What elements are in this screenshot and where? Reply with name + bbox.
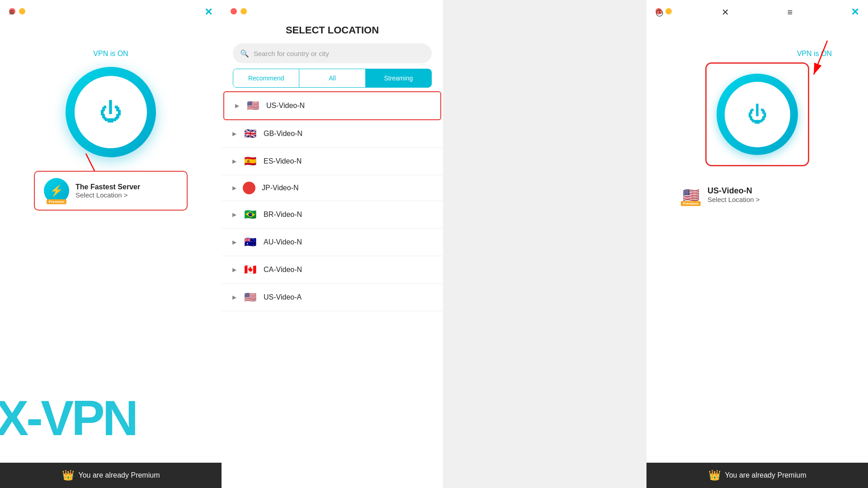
power-ring-right: ⏻ <box>717 74 798 155</box>
play-icon-4: ▶ <box>232 211 236 218</box>
server-info-left: The Fastest Server Select Location > <box>75 183 140 199</box>
flag-es-2: 🇪🇸 <box>243 154 257 169</box>
dot-yellow-center[interactable] <box>241 8 247 14</box>
vpn-status-right: VPN is ON <box>797 50 832 58</box>
flag-jp-3 <box>243 182 255 194</box>
power-ring-inner-right: ⏻ <box>725 82 790 147</box>
server-name-1: GB-Video-N <box>264 130 302 138</box>
server-action-right: Select Location > <box>708 196 760 203</box>
tab-streaming[interactable]: Streaming <box>366 69 431 87</box>
header-left: ≡ ✕ <box>9 6 212 18</box>
premium-text-right: You are already Premium <box>725 471 807 479</box>
hamburger-icon[interactable]: ≡ <box>9 7 14 18</box>
server-list: ▶ 🇺🇸 US-Video-N ▶ 🇬🇧 GB-Video-N ▶ 🇪🇸 ES-… <box>222 91 443 488</box>
server-card-right[interactable]: 🇺🇸 Premium US-Video-N Select Location > <box>680 180 834 210</box>
server-item-au-video-n[interactable]: ▶ 🇦🇺 AU-Video-N <box>222 229 443 256</box>
power-button-left[interactable]: ⏻ <box>66 67 156 157</box>
search-icon: 🔍 <box>240 49 249 58</box>
server-item-jp-video-n[interactable]: ▶ JP-Video-N <box>222 175 443 201</box>
premium-bar-left: 👑 You are already Premium <box>0 463 222 488</box>
tabs-container: Recommend All Streaming <box>233 69 432 88</box>
flag-container-right: 🇺🇸 Premium <box>680 184 701 205</box>
tab-recommend[interactable]: Recommend <box>233 69 299 87</box>
server-subtitle-left: Select Location > <box>75 191 140 199</box>
power-icon-right: ⏻ <box>747 103 767 126</box>
search-bar[interactable]: 🔍 Search for country or city <box>233 43 432 63</box>
flag-au-5: 🇦🇺 <box>243 235 257 249</box>
server-item-gb-video-n[interactable]: ▶ 🇬🇧 GB-Video-N <box>222 120 443 148</box>
left-panel: ≡ ✕ VPN is ON ⏻ ⚡ Premium The Fastest Se… <box>0 0 222 488</box>
server-name-5: AU-Video-N <box>264 238 302 246</box>
server-item-br-video-n[interactable]: ▶ 🇧🇷 BR-Video-N <box>222 201 443 229</box>
crown-icon-left: 👑 <box>62 469 74 481</box>
premium-badge-left: Premium <box>47 199 66 204</box>
flag-br-4: 🇧🇷 <box>243 207 257 222</box>
server-card-left[interactable]: ⚡ Premium The Fastest Server Select Loca… <box>34 171 188 211</box>
server-info-right: US-Video-N Select Location > <box>708 186 760 203</box>
server-name-4: BR-Video-N <box>264 211 302 219</box>
server-name-0: US-Video-N <box>266 102 305 110</box>
header-right: ◷ ✕ ≡ ✕ <box>656 6 859 18</box>
power-button-right-outer[interactable]: ⏻ <box>705 62 809 166</box>
power-icon-left: ⏻ <box>99 99 122 125</box>
play-icon-7: ▶ <box>232 294 236 300</box>
play-icon-6: ▶ <box>232 267 236 273</box>
xvpn-watermark: X-VPN <box>0 393 136 443</box>
server-name-right: US-Video-N <box>708 186 760 196</box>
server-name-6: CA-Video-N <box>264 266 302 274</box>
close-icon-right2[interactable]: ✕ <box>722 7 729 18</box>
server-item-es-video-n[interactable]: ▶ 🇪🇸 ES-Video-N <box>222 148 443 175</box>
play-icon-3: ▶ <box>232 185 236 191</box>
search-placeholder: Search for country or city <box>254 50 329 57</box>
flag-us-0: 🇺🇸 <box>245 99 260 113</box>
close-x-icon-right[interactable]: ✕ <box>851 6 859 18</box>
right-panel: ◷ ✕ ≡ ✕ VPN is ON ⏻ 🇺🇸 Premium US-Video-… <box>646 0 868 488</box>
server-name-2: ES-Video-N <box>264 157 302 165</box>
server-item-ca-video-n[interactable]: ▶ 🇨🇦 CA-Video-N <box>222 256 443 284</box>
hamburger-icon-right[interactable]: ≡ <box>788 7 793 18</box>
center-panel: SELECT LOCATION 🔍 Search for country or … <box>222 0 443 488</box>
close-icon-left[interactable]: ✕ <box>204 6 212 18</box>
server-item-us-video-a[interactable]: ▶ 🇺🇸 US-Video-A <box>222 284 443 311</box>
dot-red-center[interactable] <box>231 8 237 14</box>
gap-panel <box>443 0 646 488</box>
tab-all[interactable]: All <box>299 69 365 87</box>
premium-badge-right: Premium <box>681 201 701 206</box>
page-title: SELECT LOCATION <box>286 24 379 36</box>
window-controls-center <box>222 0 443 23</box>
play-icon-2: ▶ <box>232 158 236 164</box>
speed-icon-right[interactable]: ◷ <box>656 7 663 18</box>
play-icon-5: ▶ <box>232 239 236 245</box>
play-icon-0: ▶ <box>235 103 239 109</box>
server-icon-left: ⚡ Premium <box>44 178 69 203</box>
lightning-icon-left: ⚡ <box>50 184 63 197</box>
server-name-3: JP-Video-N <box>262 184 299 192</box>
premium-bar-right: 👑 You are already Premium <box>646 463 868 488</box>
vpn-status-left: VPN is ON <box>93 50 128 58</box>
server-title-left: The Fastest Server <box>75 183 140 191</box>
server-item-us-video-n[interactable]: ▶ 🇺🇸 US-Video-N <box>223 91 441 120</box>
power-button-inner-left: ⏻ <box>75 76 147 148</box>
flag-ca-6: 🇨🇦 <box>243 263 257 277</box>
flag-gb-1: 🇬🇧 <box>243 127 257 141</box>
play-icon-1: ▶ <box>232 131 236 137</box>
premium-text-left: You are already Premium <box>79 471 160 479</box>
server-name-7: US-Video-A <box>264 293 302 301</box>
flag-us-7: 🇺🇸 <box>243 290 257 305</box>
crown-icon-right: 👑 <box>708 469 721 481</box>
